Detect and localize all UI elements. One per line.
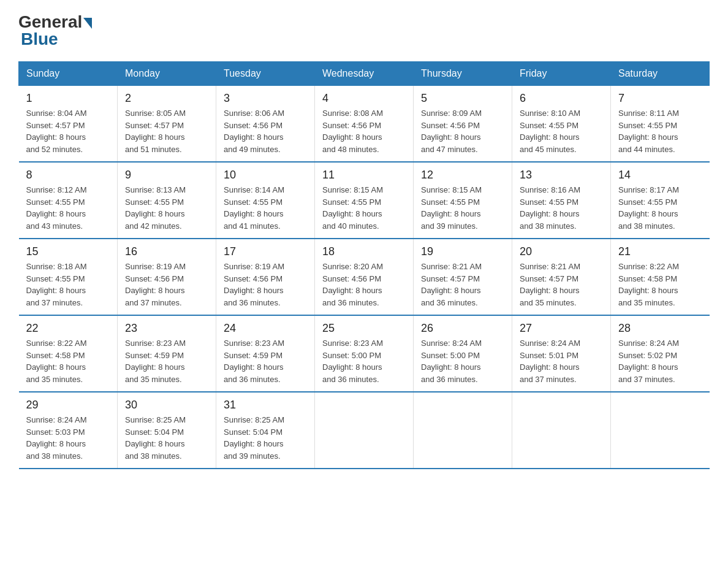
weekday-header-sunday: Sunday	[19, 62, 118, 86]
day-number: 11	[322, 169, 406, 182]
day-info: Sunrise: 8:15 AM Sunset: 4:55 PM Dayligh…	[421, 184, 504, 232]
day-number: 28	[618, 322, 702, 335]
day-info: Sunrise: 8:17 AM Sunset: 4:55 PM Dayligh…	[618, 184, 702, 232]
calendar-day-cell: 10 Sunrise: 8:14 AM Sunset: 4:55 PM Dayl…	[216, 162, 315, 239]
calendar-day-cell: 21 Sunrise: 8:22 AM Sunset: 4:58 PM Dayl…	[611, 239, 710, 315]
calendar-day-cell: 6 Sunrise: 8:10 AM Sunset: 4:55 PM Dayli…	[512, 86, 611, 163]
calendar-day-cell	[512, 392, 611, 469]
day-number: 18	[322, 245, 406, 258]
calendar-day-cell: 15 Sunrise: 8:18 AM Sunset: 4:55 PM Dayl…	[19, 239, 118, 315]
calendar-header-row: SundayMondayTuesdayWednesdayThursdayFrid…	[19, 62, 710, 86]
calendar-day-cell: 7 Sunrise: 8:11 AM Sunset: 4:55 PM Dayli…	[611, 86, 710, 163]
day-info: Sunrise: 8:24 AM Sunset: 5:01 PM Dayligh…	[520, 337, 603, 385]
day-number: 10	[224, 169, 307, 182]
day-number: 13	[520, 169, 603, 182]
calendar-day-cell: 14 Sunrise: 8:17 AM Sunset: 4:55 PM Dayl…	[611, 162, 710, 239]
day-info: Sunrise: 8:24 AM Sunset: 5:00 PM Dayligh…	[421, 337, 504, 385]
day-info: Sunrise: 8:08 AM Sunset: 4:56 PM Dayligh…	[322, 107, 406, 155]
calendar-day-cell: 23 Sunrise: 8:23 AM Sunset: 4:59 PM Dayl…	[118, 315, 216, 392]
logo-arrow-icon	[83, 18, 92, 29]
day-info: Sunrise: 8:06 AM Sunset: 4:56 PM Dayligh…	[224, 107, 307, 155]
calendar-day-cell: 24 Sunrise: 8:23 AM Sunset: 4:59 PM Dayl…	[216, 315, 315, 392]
day-info: Sunrise: 8:10 AM Sunset: 4:55 PM Dayligh…	[520, 107, 603, 155]
calendar-day-cell	[414, 392, 512, 469]
day-number: 8	[26, 169, 110, 182]
calendar-day-cell: 12 Sunrise: 8:15 AM Sunset: 4:55 PM Dayl…	[414, 162, 512, 239]
calendar-day-cell	[315, 392, 414, 469]
calendar-day-cell: 20 Sunrise: 8:21 AM Sunset: 4:57 PM Dayl…	[512, 239, 611, 315]
calendar-day-cell: 28 Sunrise: 8:24 AM Sunset: 5:02 PM Dayl…	[611, 315, 710, 392]
day-number: 14	[618, 169, 702, 182]
day-number: 25	[322, 322, 406, 335]
calendar-day-cell: 5 Sunrise: 8:09 AM Sunset: 4:56 PM Dayli…	[414, 86, 512, 163]
day-number: 15	[26, 245, 110, 258]
day-info: Sunrise: 8:19 AM Sunset: 4:56 PM Dayligh…	[125, 261, 208, 308]
calendar-day-cell: 29 Sunrise: 8:24 AM Sunset: 5:03 PM Dayl…	[19, 392, 118, 469]
weekday-header-monday: Monday	[118, 62, 216, 86]
calendar-day-cell: 4 Sunrise: 8:08 AM Sunset: 4:56 PM Dayli…	[315, 86, 414, 163]
day-info: Sunrise: 8:04 AM Sunset: 4:57 PM Dayligh…	[26, 107, 110, 155]
day-info: Sunrise: 8:23 AM Sunset: 4:59 PM Dayligh…	[125, 337, 208, 385]
day-number: 16	[125, 245, 208, 258]
day-number: 3	[224, 92, 307, 105]
day-info: Sunrise: 8:18 AM Sunset: 4:55 PM Dayligh…	[26, 261, 110, 308]
calendar-day-cell: 22 Sunrise: 8:22 AM Sunset: 4:58 PM Dayl…	[19, 315, 118, 392]
day-number: 27	[520, 322, 603, 335]
calendar-day-cell: 9 Sunrise: 8:13 AM Sunset: 4:55 PM Dayli…	[118, 162, 216, 239]
calendar-week-row: 29 Sunrise: 8:24 AM Sunset: 5:03 PM Dayl…	[19, 392, 710, 469]
day-info: Sunrise: 8:20 AM Sunset: 4:56 PM Dayligh…	[322, 261, 406, 308]
day-number: 12	[421, 169, 504, 182]
day-info: Sunrise: 8:23 AM Sunset: 5:00 PM Dayligh…	[322, 337, 406, 385]
day-number: 30	[125, 399, 208, 412]
day-number: 23	[125, 322, 208, 335]
day-number: 20	[520, 245, 603, 258]
calendar-day-cell: 8 Sunrise: 8:12 AM Sunset: 4:55 PM Dayli…	[19, 162, 118, 239]
day-number: 2	[125, 92, 208, 105]
day-number: 9	[125, 169, 208, 182]
day-info: Sunrise: 8:22 AM Sunset: 4:58 PM Dayligh…	[26, 337, 110, 385]
day-number: 7	[618, 92, 702, 105]
calendar-day-cell: 19 Sunrise: 8:21 AM Sunset: 4:57 PM Dayl…	[414, 239, 512, 315]
calendar-week-row: 15 Sunrise: 8:18 AM Sunset: 4:55 PM Dayl…	[19, 239, 710, 315]
day-number: 24	[224, 322, 307, 335]
day-info: Sunrise: 8:11 AM Sunset: 4:55 PM Dayligh…	[618, 107, 702, 155]
calendar-day-cell: 30 Sunrise: 8:25 AM Sunset: 5:04 PM Dayl…	[118, 392, 216, 469]
calendar-day-cell: 2 Sunrise: 8:05 AM Sunset: 4:57 PM Dayli…	[118, 86, 216, 163]
day-info: Sunrise: 8:22 AM Sunset: 4:58 PM Dayligh…	[618, 261, 702, 308]
calendar-table: SundayMondayTuesdayWednesdayThursdayFrid…	[18, 61, 710, 469]
calendar-day-cell: 26 Sunrise: 8:24 AM Sunset: 5:00 PM Dayl…	[414, 315, 512, 392]
calendar-day-cell: 13 Sunrise: 8:16 AM Sunset: 4:55 PM Dayl…	[512, 162, 611, 239]
calendar-day-cell: 27 Sunrise: 8:24 AM Sunset: 5:01 PM Dayl…	[512, 315, 611, 392]
day-number: 31	[224, 399, 307, 412]
day-info: Sunrise: 8:21 AM Sunset: 4:57 PM Dayligh…	[421, 261, 504, 308]
logo-blue-text: Blue	[21, 29, 58, 49]
day-number: 17	[224, 245, 307, 258]
day-info: Sunrise: 8:13 AM Sunset: 4:55 PM Dayligh…	[125, 184, 208, 232]
day-info: Sunrise: 8:24 AM Sunset: 5:02 PM Dayligh…	[618, 337, 702, 385]
calendar-day-cell: 1 Sunrise: 8:04 AM Sunset: 4:57 PM Dayli…	[19, 86, 118, 163]
day-number: 21	[618, 245, 702, 258]
weekday-header-tuesday: Tuesday	[216, 62, 315, 86]
calendar-day-cell: 3 Sunrise: 8:06 AM Sunset: 4:56 PM Dayli…	[216, 86, 315, 163]
weekday-header-friday: Friday	[512, 62, 611, 86]
day-info: Sunrise: 8:16 AM Sunset: 4:55 PM Dayligh…	[520, 184, 603, 232]
day-number: 29	[26, 399, 110, 412]
day-info: Sunrise: 8:19 AM Sunset: 4:56 PM Dayligh…	[224, 261, 307, 308]
day-info: Sunrise: 8:23 AM Sunset: 4:59 PM Dayligh…	[224, 337, 307, 385]
day-number: 22	[26, 322, 110, 335]
weekday-header-wednesday: Wednesday	[315, 62, 414, 86]
weekday-header-saturday: Saturday	[611, 62, 710, 86]
day-info: Sunrise: 8:09 AM Sunset: 4:56 PM Dayligh…	[421, 107, 504, 155]
day-info: Sunrise: 8:25 AM Sunset: 5:04 PM Dayligh…	[224, 414, 307, 462]
day-info: Sunrise: 8:05 AM Sunset: 4:57 PM Dayligh…	[125, 107, 208, 155]
day-number: 26	[421, 322, 504, 335]
calendar-week-row: 8 Sunrise: 8:12 AM Sunset: 4:55 PM Dayli…	[19, 162, 710, 239]
day-info: Sunrise: 8:15 AM Sunset: 4:55 PM Dayligh…	[322, 184, 406, 232]
day-info: Sunrise: 8:24 AM Sunset: 5:03 PM Dayligh…	[26, 414, 110, 462]
day-number: 19	[421, 245, 504, 258]
day-number: 1	[26, 92, 110, 105]
calendar-day-cell	[611, 392, 710, 469]
weekday-header-thursday: Thursday	[414, 62, 512, 86]
day-info: Sunrise: 8:25 AM Sunset: 5:04 PM Dayligh…	[125, 414, 208, 462]
day-info: Sunrise: 8:12 AM Sunset: 4:55 PM Dayligh…	[26, 184, 110, 232]
